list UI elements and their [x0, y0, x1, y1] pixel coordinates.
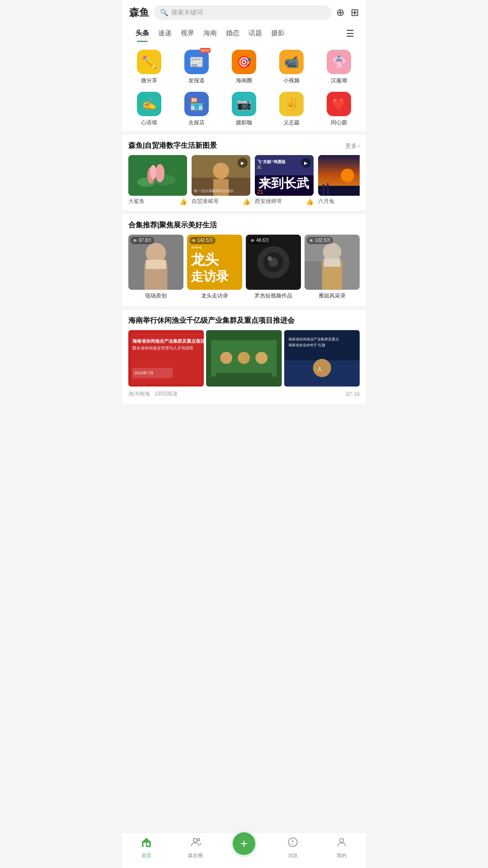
coll-label-2: 龙头走访录: [187, 292, 242, 300]
xinyuqiang-label: 心语墙: [141, 119, 157, 127]
quick-icons-grid: ✏️ 微分享 📰 NEW 发报道 🎯 海南圈 📹 小视频 👘: [122, 42, 366, 131]
coll-views-2: 👁142.5万: [189, 237, 216, 244]
video-card-1[interactable]: 大鲨鱼 👍: [128, 155, 187, 205]
video-thumb-3: 飞"关船"鸿雁版 武 来到长武 21 ▶: [255, 155, 314, 196]
svg-text:每一流水满截而归必须的: 每一流水满截而归必须的: [194, 189, 234, 193]
video-scroll[interactable]: 大鲨鱼 👍 每一流水满截而归必须的 ▶ 自贸港斌哥: [128, 155, 360, 211]
coll-thumb-4: 👁102.9万: [305, 235, 360, 290]
tandan-label: 去探店: [188, 119, 205, 127]
coll-views-3: 👁48.6万: [248, 237, 272, 244]
play-btn-3[interactable]: ▶: [301, 158, 311, 168]
quick-icon-xinyuqiang[interactable]: ✍️ 心语墙: [126, 92, 173, 127]
quick-icon-tandan[interactable]: 🏪 去探店: [173, 92, 221, 127]
coll-thumb-1: 👁97.8万: [128, 235, 183, 290]
section-digital-life: 森鱼|自贸港数字生活新图景 更多 ›: [122, 135, 366, 211]
tongxin-icon-box: ❤️: [327, 92, 351, 116]
nav-tab-photo[interactable]: 摄影: [267, 25, 289, 42]
quick-icon-hainanquan[interactable]: 🎯 海南圈: [221, 50, 268, 85]
svg-rect-9: [213, 179, 229, 196]
hainanquan-icon: 🎯: [237, 55, 251, 69]
yizhi-icon-box: ✌️: [279, 92, 304, 116]
svg-text:海南省休闲渔业产业集群及重点: 海南省休闲渔业产业集群及重点: [288, 337, 339, 341]
news-title: 海南举行休闲渔业千亿级产业集群及重点项目推进会: [128, 316, 360, 326]
sheying-label: 摄影咖: [236, 119, 252, 127]
hainanquan-icon-box: 🎯: [232, 50, 256, 74]
svg-text:飞"关船"鸿雁版: 飞"关船"鸿雁版: [257, 160, 286, 164]
coll-item-3[interactable]: 👁48.6万 罗杰短视频作品: [246, 235, 301, 300]
svg-point-5: [150, 165, 156, 179]
weifenxiang-icon-box: ✏️: [137, 50, 161, 74]
svg-rect-53: [216, 373, 272, 381]
coll-views-4: 👁102.9万: [307, 237, 333, 244]
svg-text:武: 武: [257, 165, 261, 170]
sheying-icon-box: 📷: [232, 92, 256, 116]
yizhi-label: 义志篇: [283, 119, 300, 127]
nav-tab-topic[interactable]: 话题: [244, 25, 267, 42]
news-reads: 1935阅读: [155, 390, 178, 398]
video-thumb-4: [318, 155, 360, 196]
nav-tab-vision[interactable]: 视界: [176, 25, 199, 42]
video-card-4[interactable]: 六月兔 👍: [318, 155, 360, 205]
section1-more[interactable]: 更多 ›: [345, 142, 360, 150]
svg-rect-40: [324, 259, 341, 267]
like-icon-2[interactable]: 👍: [243, 198, 250, 205]
svg-text:21: 21: [257, 189, 263, 195]
weifenxiang-icon: ✏️: [142, 55, 156, 69]
quick-icon-xiaovideo[interactable]: 📹 小视频: [267, 50, 315, 85]
xiaovideo-icon-box: 📹: [279, 50, 304, 74]
video-card-3[interactable]: 飞"关船"鸿雁版 武 来到长武 21 ▶ 西安雄师哥 👍: [255, 155, 314, 205]
tandan-icon: 🏪: [189, 97, 204, 111]
add-icon[interactable]: ⊕: [336, 7, 344, 19]
svg-rect-27: [146, 260, 166, 269]
section2-title: 合集推荐|聚焦展示美好生活: [128, 221, 217, 230]
hanfu-icon-box: 👘: [327, 50, 351, 74]
fabaodao-label: 发报道: [188, 77, 205, 85]
video-thumb-1: [128, 155, 187, 196]
section-collection: 合集推荐|聚焦展示美好生活 👁97.8万 现场原创: [122, 214, 366, 306]
header-icons: ⊕ ⊞: [336, 7, 359, 19]
video-author-1: 大鲨鱼: [128, 198, 145, 205]
video-card-2[interactable]: 每一流水满截而归必须的 ▶ 自贸港斌哥 👍: [192, 155, 250, 205]
xiaovideo-label: 小视频: [283, 77, 300, 85]
nav-tab-express[interactable]: 速递: [154, 25, 176, 42]
svg-point-36: [267, 256, 272, 261]
coll-label-4: 雁姐风采录: [305, 292, 360, 300]
coll-item-2[interactable]: 龙头 走访录 ◀◀◀ 👁142.5万 龙头走访录: [187, 235, 242, 300]
nav-tab-hainan[interactable]: 海南: [199, 25, 221, 42]
nav-tab-headline[interactable]: 头条: [131, 25, 154, 42]
coll-item-1[interactable]: 👁97.8万 现场原创: [128, 235, 183, 300]
nav-tab-marriage[interactable]: 婚恋: [221, 25, 244, 42]
fabaodao-icon-box: 📰 NEW: [184, 50, 209, 74]
like-icon-3[interactable]: 👍: [306, 198, 314, 205]
like-icon-1[interactable]: 👍: [179, 198, 187, 205]
coll-label-1: 现场原创: [128, 292, 183, 300]
quick-icon-fabaodao[interactable]: 📰 NEW 发报道: [173, 50, 221, 85]
search-bar[interactable]: 🔍 搜索关键词: [154, 5, 332, 20]
news-img-3[interactable]: 海南省休闲渔业产业集群及重点 海南省农业农村厅 红旗 人: [284, 330, 360, 387]
xinyuqiang-icon: ✍️: [142, 97, 156, 111]
grid-icon[interactable]: ⊞: [351, 7, 359, 19]
quick-icon-tongxin[interactable]: ❤️ 同心圆: [315, 92, 362, 127]
svg-rect-22: [327, 183, 328, 196]
play-btn-2[interactable]: ▶: [238, 158, 248, 168]
news-img-2[interactable]: [206, 330, 282, 387]
coll-label-3: 罗杰短视频作品: [246, 292, 301, 300]
weifenxiang-label: 微分享: [141, 77, 157, 85]
tongxin-label: 同心圆: [331, 119, 347, 127]
section1-title: 森鱼|自贸港数字生活新图景: [128, 141, 217, 151]
quick-icon-yizhi[interactable]: ✌️ 义志篇: [267, 92, 315, 127]
coll-item-4[interactable]: 👁102.9万 雁姐风采录: [305, 235, 360, 300]
quick-icon-hanfu[interactable]: 👘 汉服潮: [315, 50, 362, 85]
xiaovideo-icon: 📹: [284, 55, 299, 69]
quick-icon-sheying[interactable]: 📷 摄影咖: [221, 92, 268, 127]
collection-grid: 👁97.8万 现场原创 龙头 走访录 ◀◀◀ 👁142.5万: [128, 235, 360, 306]
news-img-1[interactable]: 海南省休闲渔业产业集群及重点项目推 暨全省休闲渔业管理与人才培训班 2023年7…: [128, 330, 204, 387]
svg-point-58: [313, 359, 331, 377]
coll-thumb-2: 龙头 走访录 ◀◀◀ 👁142.5万: [187, 235, 242, 290]
header: 森鱼 🔍 搜索关键词 ⊕ ⊞ 头条 速递 视界 海南 婚恋 话题 摄影 ☰: [122, 0, 366, 42]
hanfu-label: 汉服潮: [331, 77, 347, 85]
news-author: 海洋南海: [128, 390, 150, 398]
quick-icon-weifenxiang[interactable]: ✏️ 微分享: [126, 50, 173, 85]
nav-menu-icon[interactable]: ☰: [343, 24, 357, 42]
svg-text:龙头: 龙头: [190, 252, 219, 267]
